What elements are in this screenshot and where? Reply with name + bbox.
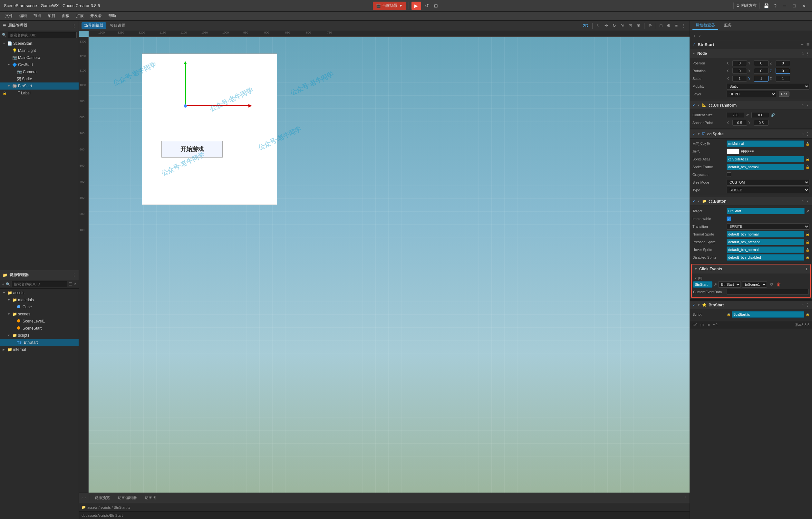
content-size-w-input[interactable]: [727, 112, 744, 118]
tab-asset-preview[interactable]: 资源预览: [92, 494, 112, 501]
event-refresh-btn[interactable]: ↺: [768, 281, 775, 288]
asset-item-btn-start-ts[interactable]: TS BtnStart: [0, 339, 79, 346]
sprite-more-icon[interactable]: ⋮: [806, 132, 809, 136]
rotation-z-input[interactable]: [776, 68, 790, 74]
tree-item-camera[interactable]: 📷 Camera: [0, 68, 79, 76]
event-target-link[interactable]: ↗: [714, 282, 717, 287]
uitransform-more-icon[interactable]: ⋮: [806, 103, 809, 108]
list-icon[interactable]: ☰: [69, 282, 72, 286]
grayscale-checkbox[interactable]: [727, 172, 731, 177]
scene-settings-btn[interactable]: ⚙: [665, 22, 672, 29]
position-y-input[interactable]: [754, 60, 768, 66]
menu-extend[interactable]: 扩展: [74, 12, 86, 19]
position-x-input[interactable]: [732, 60, 747, 66]
minimize-button[interactable]: ─: [780, 2, 789, 9]
rotation-y-input[interactable]: [754, 68, 768, 74]
event-target-field[interactable]: BtnStart: [693, 281, 713, 288]
asset-item-cube[interactable]: Cube: [0, 304, 79, 311]
menu-dev[interactable]: 开发者: [88, 12, 105, 19]
mobility-select[interactable]: Static: [727, 83, 809, 90]
uitransform-info-icon[interactable]: ℹ: [802, 103, 804, 107]
nav-forward-btn[interactable]: ›: [698, 32, 702, 39]
uitransform-section-header[interactable]: ✓ ▼ 📐 cc.UITransform ℹ ⋮: [690, 101, 812, 110]
color-swatch[interactable]: [727, 148, 740, 154]
refresh-icon[interactable]: ↺: [74, 282, 77, 286]
nav-next-icon[interactable]: ›: [85, 496, 87, 500]
scale-y-input[interactable]: [754, 76, 768, 82]
move-tool[interactable]: ✛: [603, 22, 610, 29]
plus-icon[interactable]: +: [2, 282, 4, 287]
button-info-icon[interactable]: ℹ: [802, 199, 804, 203]
content-size-h-input[interactable]: [751, 112, 769, 118]
node-settings-icon[interactable]: ⋯: [801, 42, 805, 47]
rotation-x-input[interactable]: [732, 68, 747, 74]
sprite-section-header[interactable]: ✓ ▼ ☑ cc.Sprite ℹ ⋮: [690, 129, 812, 139]
menu-file[interactable]: 文件: [3, 12, 16, 19]
layout-button[interactable]: ⊞: [433, 2, 439, 10]
asset-item-materials[interactable]: ▼ 📁 materials: [0, 296, 79, 304]
tab-service[interactable]: 服务: [721, 21, 735, 30]
anchor-x-input[interactable]: [732, 120, 747, 126]
node-info-icon[interactable]: ℹ: [802, 51, 804, 55]
scene-view-btn[interactable]: □: [658, 22, 664, 29]
event-method-select[interactable]: toScene1: [742, 281, 767, 288]
build-publish-button[interactable]: ⚙ 构建发布: [733, 2, 759, 9]
rect-tool[interactable]: ⊡: [627, 22, 634, 29]
button-more-icon[interactable]: ⋮: [806, 199, 809, 204]
tree-item-main-camera[interactable]: 📷 MainCamera: [0, 54, 79, 61]
size-mode-select[interactable]: CUSTOM: [727, 179, 809, 185]
scene-more-btn[interactable]: ≡: [673, 22, 679, 29]
interactable-checkbox[interactable]: ✓: [727, 217, 731, 221]
node-settings-icon2[interactable]: ⋮: [806, 51, 809, 56]
asset-item-internal[interactable]: ▶ 📁 internal: [0, 346, 79, 353]
tab-scene-editor[interactable]: 场景编辑器: [82, 22, 106, 29]
script-more-icon[interactable]: ⋮: [806, 303, 809, 307]
select-tool[interactable]: ↖: [595, 22, 602, 29]
nav-back-btn[interactable]: ‹: [692, 32, 697, 39]
tree-item-cvs-start[interactable]: ▼ 🔷 CvsStart: [0, 61, 79, 68]
type-select[interactable]: SLICED: [727, 187, 809, 193]
tab-inspector[interactable]: 属性检查器: [692, 21, 718, 30]
tree-item-main-light[interactable]: 💡 Main Light: [0, 47, 79, 54]
asset-item-scene-level1[interactable]: SceneLevel1: [0, 318, 79, 325]
2d-mode-btn[interactable]: 2D: [581, 22, 590, 29]
close-button[interactable]: ✕: [800, 2, 808, 9]
tab-anim-graph[interactable]: 动画图: [142, 494, 159, 501]
transition-select[interactable]: SPRITE: [727, 223, 809, 230]
node-section-header[interactable]: ▼ Node ℹ ⋮: [690, 49, 812, 58]
menu-help[interactable]: 帮助: [106, 12, 119, 19]
tree-item-btn-start[interactable]: ▼ 🔘 BtnStart: [0, 83, 79, 90]
hierarchy-menu-icon[interactable]: ⋮: [72, 24, 76, 28]
button-section-header[interactable]: ✓ ▼ 📁 cc.Button ℹ ⋮: [690, 197, 812, 206]
bottom-bar-menu[interactable]: ⋮: [684, 496, 687, 500]
scale-tool[interactable]: ⇲: [619, 22, 626, 29]
asset-item-scripts[interactable]: ▼ 📁 scripts: [0, 332, 79, 339]
asset-item-scene-start-file[interactable]: SceneStart: [0, 325, 79, 332]
menu-project[interactable]: 项目: [45, 12, 58, 19]
play-button[interactable]: ▶: [411, 2, 421, 10]
event-delete-btn[interactable]: 🗑: [776, 282, 782, 287]
node-more-icon[interactable]: ≡: [807, 41, 809, 47]
menu-edit[interactable]: 编辑: [17, 12, 30, 19]
save-icon-btn[interactable]: 💾: [762, 2, 770, 10]
maximize-button[interactable]: □: [790, 2, 799, 9]
menu-panel[interactable]: 面板: [59, 12, 72, 19]
hierarchy-search-input[interactable]: [8, 32, 77, 38]
menu-node[interactable]: 节点: [31, 12, 44, 19]
tree-item-sprite[interactable]: 🖼 Sprite: [0, 76, 79, 83]
content-size-lock[interactable]: 🔗: [771, 113, 775, 117]
refresh-button[interactable]: ↺: [424, 2, 430, 10]
asset-search-input[interactable]: [11, 281, 67, 287]
menu-dots[interactable]: ⋮: [680, 22, 687, 29]
layer-select[interactable]: UI_2D: [727, 91, 776, 97]
help-button[interactable]: ?: [773, 2, 778, 10]
anchor-tool[interactable]: ⊕: [647, 22, 654, 29]
rotate-tool[interactable]: ↻: [611, 22, 618, 29]
asset-item-scenes[interactable]: ▼ 📁 scenes: [0, 311, 79, 318]
layer-edit-btn[interactable]: Edit: [779, 91, 789, 97]
tab-project-settings[interactable]: 项目设置: [107, 22, 128, 29]
custom-event-input[interactable]: [727, 289, 809, 295]
asset-item-assets[interactable]: ▼ 📁 assets: [0, 289, 79, 296]
scale-z-input[interactable]: [776, 76, 790, 82]
tree-item-scene-start[interactable]: ▼ 📄 SceneStart: [0, 40, 79, 47]
